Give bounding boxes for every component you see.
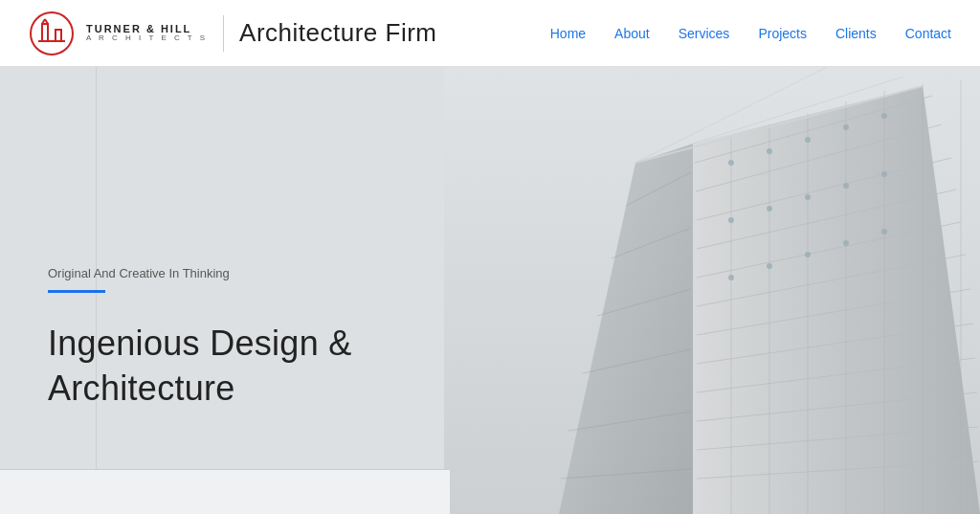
main-nav: Home About Services Projects Clients Con…	[550, 26, 951, 41]
svg-point-0	[31, 12, 73, 55]
hero-tagline: Original And Creative In Thinking	[48, 266, 402, 280]
logo-divider	[223, 15, 224, 52]
logo-area: TURNER & HILL A R C H I T E C T S Archit…	[29, 11, 437, 56]
hero-heading: Ingenious Design & Architecture	[48, 322, 402, 412]
building-image	[444, 67, 980, 514]
svg-point-48	[843, 240, 849, 246]
svg-point-46	[767, 263, 772, 269]
site-header: TURNER & HILL A R C H I T E C T S Archit…	[0, 0, 980, 67]
nav-home[interactable]: Home	[550, 26, 586, 41]
svg-rect-1	[42, 24, 48, 41]
nav-about[interactable]: About	[614, 26, 650, 41]
hero-section: Original And Creative In Thinking Ingeni…	[0, 67, 980, 514]
svg-point-44	[881, 171, 887, 177]
accent-line	[48, 290, 105, 293]
svg-point-37	[805, 137, 811, 143]
nav-services[interactable]: Services	[679, 26, 730, 41]
hero-content: Original And Creative In Thinking Ingeni…	[0, 67, 450, 469]
nav-projects[interactable]: Projects	[758, 26, 807, 41]
svg-point-36	[767, 148, 772, 154]
svg-point-45	[728, 275, 734, 280]
site-title: Architecture Firm	[239, 18, 436, 48]
svg-point-49	[881, 229, 887, 235]
svg-rect-2	[56, 30, 61, 41]
svg-point-40	[728, 217, 734, 223]
svg-point-47	[805, 252, 811, 257]
bottom-strip	[0, 469, 450, 514]
svg-point-43	[843, 183, 849, 189]
logo-icon	[29, 11, 75, 56]
nav-contact[interactable]: Contact	[905, 26, 951, 41]
svg-point-35	[728, 160, 734, 166]
nav-clients[interactable]: Clients	[835, 26, 877, 41]
svg-point-42	[805, 194, 811, 200]
svg-point-39	[881, 113, 887, 119]
logo-text: TURNER & HILL A R C H I T E C T S	[86, 23, 208, 43]
svg-point-38	[843, 124, 849, 130]
brand-subtitle: A R C H I T E C T S	[86, 34, 208, 43]
svg-point-41	[767, 206, 772, 212]
